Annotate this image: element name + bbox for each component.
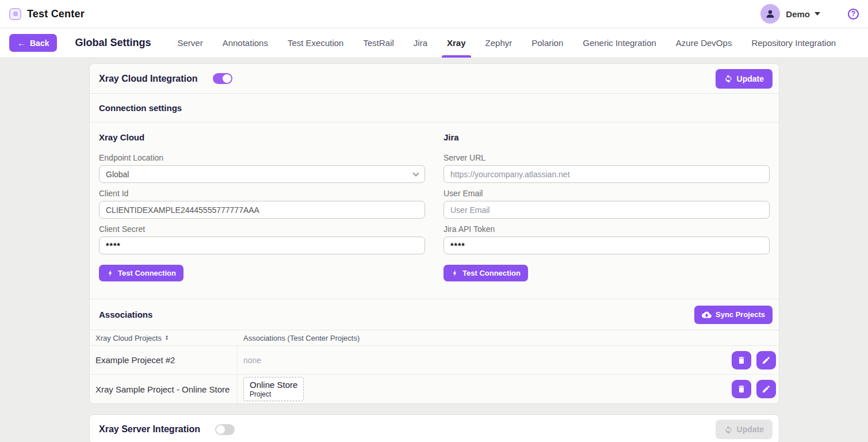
associations-table-header: Xray Cloud Projects ▲▼ Associations (Tes… <box>90 330 779 346</box>
tab-xray[interactable]: Xray <box>447 28 466 58</box>
chevron-down-icon <box>412 170 419 176</box>
column-header-projects: Xray Cloud Projects ▲▼ <box>90 334 238 342</box>
association-value: none <box>243 356 261 365</box>
edit-button[interactable] <box>756 351 776 369</box>
trash-icon <box>737 384 746 394</box>
tab-bar: Server Annotations Test Execution TestRa… <box>177 28 836 58</box>
server-url-label: Server URL <box>443 153 770 162</box>
top-bar: Test Center Demo ? <box>0 0 868 28</box>
tab-annotations[interactable]: Annotations <box>223 28 268 58</box>
card-title: Xray Cloud Integration <box>99 74 198 84</box>
delete-button[interactable] <box>732 351 751 369</box>
xray-cloud-column: Xray Cloud Endpoint Location Global Clie… <box>99 131 425 281</box>
test-connection-button-xray[interactable]: Test Connection <box>99 265 183 281</box>
tab-zephyr[interactable]: Zephyr <box>485 28 513 58</box>
pencil-icon <box>762 384 771 394</box>
tab-generic-integration[interactable]: Generic Integration <box>583 28 656 58</box>
tab-azure-devops[interactable]: Azure DevOps <box>676 28 732 58</box>
table-row: Example Projecet #2 none <box>90 346 779 375</box>
associations-header: Associations Sync Projects <box>90 299 779 330</box>
main-content: Xray Cloud Integration Update Connection… <box>0 58 868 442</box>
test-connection-button-jira[interactable]: Test Connection <box>443 265 528 281</box>
back-button[interactable]: ← Back <box>9 34 57 52</box>
trash-icon <box>737 356 746 365</box>
page-title: Global Settings <box>75 37 151 49</box>
xray-cloud-toggle[interactable] <box>213 73 232 84</box>
associations-table: Xray Cloud Projects ▲▼ Associations (Tes… <box>90 330 779 403</box>
user-menu[interactable]: Demo <box>786 9 810 19</box>
client-secret-label: Client Secret <box>99 224 425 234</box>
client-id-input[interactable] <box>99 201 425 219</box>
refresh-icon <box>724 74 733 83</box>
xray-server-card: Xray Server Integration Update <box>89 414 779 442</box>
card-title: Xray Server Integration <box>99 424 200 435</box>
user-email-input[interactable] <box>443 201 770 219</box>
jira-heading: Jira <box>443 132 770 142</box>
bolt-icon <box>451 269 458 277</box>
app-title: Test Center <box>27 8 85 20</box>
edit-button[interactable] <box>756 380 776 398</box>
tab-polarion[interactable]: Polarion <box>531 28 563 58</box>
settings-nav: ← Back Global Settings Server Annotation… <box>0 28 868 58</box>
client-secret-input[interactable] <box>99 237 425 254</box>
sort-icon[interactable]: ▲▼ <box>165 335 169 341</box>
sync-projects-button[interactable]: Sync Projects <box>694 306 773 324</box>
update-button[interactable]: Update <box>716 69 773 89</box>
chevron-down-icon[interactable] <box>815 12 820 16</box>
pencil-icon <box>762 356 771 365</box>
connection-settings-header: Connection settings <box>90 94 779 123</box>
table-row: Xray Sample Project - Online Store Onlin… <box>90 375 779 403</box>
update-label: Update <box>737 425 764 434</box>
person-icon <box>764 8 776 20</box>
jira-api-token-input[interactable] <box>443 237 770 254</box>
back-arrow-icon: ← <box>17 39 26 47</box>
endpoint-location-select[interactable]: Global <box>99 165 425 183</box>
bolt-icon <box>106 269 114 277</box>
tab-testrail[interactable]: TestRail <box>363 28 393 58</box>
endpoint-location-value: Global <box>106 170 129 179</box>
refresh-icon <box>724 425 733 434</box>
jira-column: Jira Server URL User Email Jira API Toke… <box>443 131 770 281</box>
update-button-disabled[interactable]: Update <box>716 420 773 439</box>
delete-button[interactable] <box>732 380 751 398</box>
server-url-input[interactable] <box>443 165 770 183</box>
endpoint-location-label: Endpoint Location <box>99 153 425 162</box>
cloud-sync-icon <box>702 311 712 319</box>
connection-settings-form: Xray Cloud Endpoint Location Global Clie… <box>90 123 779 299</box>
xray-cloud-card: Xray Cloud Integration Update Connection… <box>89 63 779 404</box>
project-name: Xray Sample Project - Online Store <box>90 375 238 403</box>
back-label: Back <box>30 39 49 48</box>
xray-cloud-card-header: Xray Cloud Integration Update <box>90 64 779 94</box>
tab-test-execution[interactable]: Test Execution <box>288 28 344 58</box>
xray-cloud-heading: Xray Cloud <box>99 132 425 142</box>
tab-server[interactable]: Server <box>177 28 202 58</box>
help-icon[interactable]: ? <box>848 9 859 20</box>
jira-api-token-label: Jira API Token <box>443 224 770 234</box>
project-name: Example Projecet #2 <box>90 346 238 374</box>
update-label: Update <box>737 74 764 83</box>
user-avatar[interactable] <box>760 4 780 24</box>
xray-server-toggle[interactable] <box>215 424 235 435</box>
app-logo-icon <box>9 8 21 20</box>
association-chip[interactable]: Online Store Project <box>243 377 304 401</box>
tab-jira[interactable]: Jira <box>414 28 427 58</box>
user-email-label: User Email <box>443 189 770 198</box>
client-id-label: Client Id <box>99 189 425 198</box>
tab-repository-integration[interactable]: Repository Integration <box>751 28 836 58</box>
column-header-associations: Associations (Test Center Projects) <box>238 334 716 342</box>
